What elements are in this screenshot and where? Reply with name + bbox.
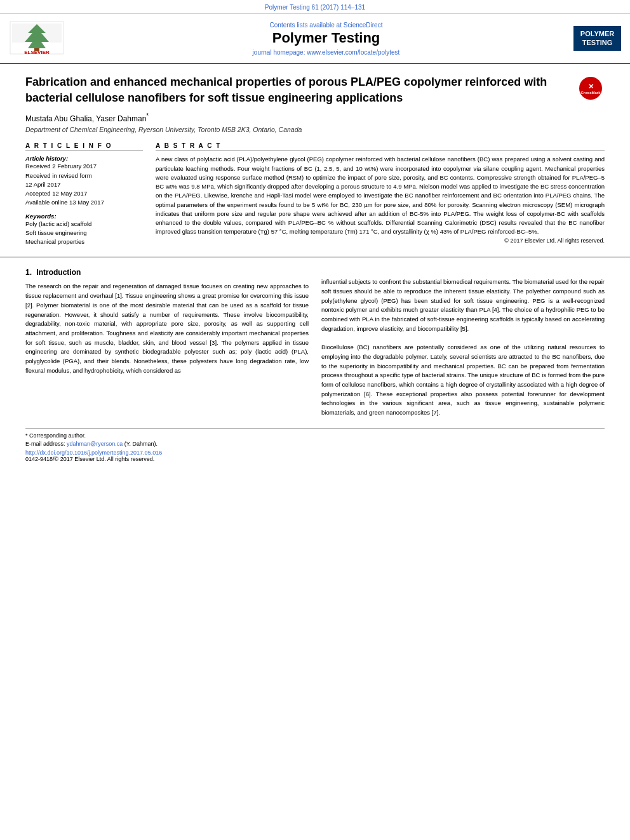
article-main: Fabrication and enhanced mechanical prop… — [0, 64, 630, 257]
email-label: E-mail address: — [25, 441, 65, 447]
footer-divider — [25, 428, 605, 429]
journal-homepage: journal homepage: www.elsevier.com/locat… — [79, 49, 573, 56]
online-date: Available online 13 May 2017 — [25, 198, 143, 207]
abstract-body: A new class of polylactic acid (PLA)/pol… — [156, 156, 605, 235]
history-label: Article history: — [25, 155, 143, 162]
elsevier-logo: ELSEVIER — [9, 20, 66, 57]
journal-header: ELSEVIER Contents lists available at Sci… — [0, 14, 630, 64]
received-date: Received 2 February 2017 — [25, 162, 143, 171]
keyword-2: Soft tissue engineering — [25, 229, 143, 237]
article-info-col: A R T I C L E I N F O Article history: R… — [25, 142, 143, 246]
section-number: 1. — [25, 268, 32, 277]
intro-col2: influential subjects to confront the sub… — [321, 268, 605, 418]
sciencedirect-link[interactable]: Contents lists available at ScienceDirec… — [79, 22, 573, 29]
intro-col1-text: The research on the repair and regenerat… — [25, 282, 309, 375]
corresponding-text: * Corresponding author. — [25, 432, 86, 439]
email-line: E-mail address: ydahman@ryerson.ca (Y. D… — [25, 441, 605, 447]
email-address[interactable]: ydahman@ryerson.ca — [67, 441, 123, 447]
journal-badge: POLYMER TESTING — [573, 26, 621, 50]
authors: Mustafa Abu Ghalia, Yaser Dahman* — [25, 112, 605, 123]
corresponding-mark: * — [146, 112, 149, 119]
crossmark-badge: ✕ CrossMark — [579, 77, 605, 100]
homepage-url[interactable]: www.elsevier.com/locate/polytest — [307, 49, 399, 56]
section-title: Introduction — [36, 268, 81, 277]
doi-url[interactable]: http://dx.doi.org/10.1016/j.polymertesti… — [25, 450, 162, 456]
article-info-title: A R T I C L E I N F O — [25, 142, 143, 151]
article-title-row: Fabrication and enhanced mechanical prop… — [25, 74, 605, 106]
history-subsection: Article history: Received 2 February 201… — [25, 155, 143, 207]
journal-center: Contents lists available at ScienceDirec… — [79, 22, 573, 56]
corresponding-note: * Corresponding author. — [25, 432, 605, 439]
sciencedirect-text: Contents lists available at ScienceDirec… — [270, 22, 383, 29]
intro-section: 1. Introduction The research on the repa… — [0, 258, 630, 428]
crossmark-icon: ✕ CrossMark — [579, 77, 602, 100]
accepted-date: Accepted 12 May 2017 — [25, 189, 143, 198]
svg-text:ELSEVIER: ELSEVIER — [24, 50, 50, 55]
author-names: Mustafa Abu Ghalia, Yaser Dahman — [25, 114, 146, 123]
abstract-title: A B S T R A C T — [156, 142, 605, 151]
journal-title: Polymer Testing — [79, 30, 573, 46]
badge-line1: POLYMER — [576, 30, 619, 38]
keywords-subsection: Keywords: Poly (lactic acid) scaffold So… — [25, 213, 143, 247]
article-body: A R T I C L E I N F O Article history: R… — [25, 142, 605, 246]
intro-col2-text: influential subjects to confront the sub… — [321, 268, 605, 418]
homepage-label: journal homepage: — [253, 49, 305, 56]
issn-text: 0142-9418/© 2017 Elsevier Ltd. All right… — [25, 456, 154, 462]
article-title: Fabrication and enhanced mechanical prop… — [25, 74, 573, 106]
footer-wrapper: * Corresponding author. E-mail address: … — [0, 428, 630, 462]
keyword-1: Poly (lactic acid) scaffold — [25, 220, 143, 229]
intro-paragraph1: The research on the repair and regenerat… — [25, 283, 309, 373]
keyword-3: Mechanical properties — [25, 237, 143, 246]
journal-citation: Polymer Testing 61 (2017) 114–131 — [0, 0, 630, 14]
badge-line2: TESTING — [576, 39, 619, 47]
revised-date: 12 April 2017 — [25, 180, 143, 189]
abstract-col: A B S T R A C T A new class of polylacti… — [156, 142, 605, 246]
intro-paragraph2: influential subjects to confront the sub… — [321, 278, 605, 416]
section-heading: 1. Introduction — [25, 268, 309, 277]
intro-col1: 1. Introduction The research on the repa… — [25, 268, 309, 418]
citation-text: Polymer Testing 61 (2017) 114–131 — [265, 4, 365, 11]
revised-label: Received in revised form — [25, 171, 143, 180]
doi-line: http://dx.doi.org/10.1016/j.polymertesti… — [25, 450, 605, 456]
keywords-label: Keywords: — [25, 213, 143, 220]
affiliation: Department of Chemical Engineering, Ryer… — [25, 126, 605, 133]
email-author-name: (Y. Dahman). — [124, 441, 158, 447]
abstract-text: A new class of polylactic acid (PLA)/pol… — [156, 155, 605, 245]
abstract-copyright: © 2017 Elsevier Ltd. All rights reserved… — [156, 237, 605, 246]
issn-line: 0142-9418/© 2017 Elsevier Ltd. All right… — [25, 456, 605, 462]
